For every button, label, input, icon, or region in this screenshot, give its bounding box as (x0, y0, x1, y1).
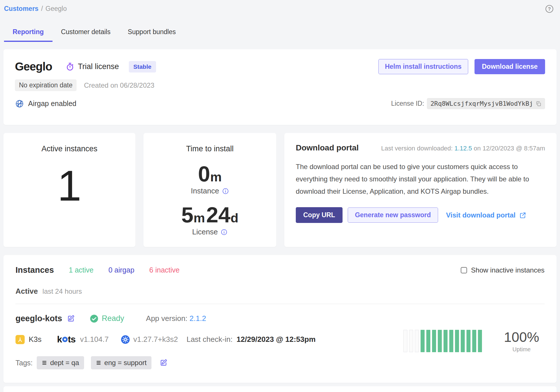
tags-label: Tags: (15, 359, 33, 367)
license-id-pill: 2Rq8WLcsjfxqrMysjvB1WodYkBj (427, 98, 545, 109)
k3s-icon (15, 335, 25, 344)
tag-label: dept = qa (50, 359, 79, 367)
uptime-label: Uptime (499, 346, 545, 353)
uptime-bar (478, 330, 482, 352)
download-portal-card: Download portal Last version downloaded:… (284, 133, 557, 247)
edit-tags-icon[interactable] (160, 359, 168, 367)
download-portal-title: Download portal (296, 143, 359, 152)
breadcrumb-separator: / (41, 5, 43, 13)
tag-pill[interactable]: eng = support (91, 356, 151, 369)
instance-time-info-icon[interactable] (222, 188, 229, 195)
inactive-count[interactable]: 6 inactive (149, 266, 180, 274)
active-section-sublabel: last 24 hours (42, 287, 82, 295)
show-inactive-label: Show inactive instances (471, 266, 545, 274)
license-id-label: License ID: (391, 100, 424, 107)
breadcrumb-current: Geeglo (46, 5, 67, 13)
license-install-time: 5m 24d (143, 204, 276, 226)
customer-name: Geeglo (15, 60, 52, 73)
last-checkin-label: Last check-in: (186, 335, 232, 344)
instance-time-label: Instance (191, 187, 219, 195)
divider (15, 304, 545, 304)
kots-o-icon (62, 337, 68, 342)
instance-name: geeglo-kots (15, 314, 62, 323)
next-section-card (3, 386, 557, 392)
uptime-bar (472, 330, 476, 352)
help-icon[interactable]: ? (545, 5, 554, 13)
helm-install-instructions-button[interactable]: Helm install instructions (378, 59, 468, 74)
uptime-bar (415, 330, 419, 352)
uptime-bar (409, 330, 413, 352)
distro-label: K3s (29, 335, 42, 344)
copy-icon[interactable] (535, 101, 542, 107)
last-checkin-value: 12/29/2023 @ 12:53pm (237, 335, 316, 344)
uptime-bar (449, 330, 453, 352)
breadcrumb: Customers / Geeglo (3, 4, 557, 13)
airgap-globe-icon (15, 99, 24, 108)
license-time-info-icon[interactable] (221, 229, 228, 236)
instance-install-time: 0m (143, 163, 276, 185)
airgap-enabled-label: Airgap enabled (28, 99, 76, 108)
instances-title: Instances (15, 265, 54, 275)
generate-new-password-button[interactable]: Generate new password (348, 207, 438, 223)
tag-icon (42, 360, 48, 366)
visit-download-portal-link[interactable]: Visit download portal (446, 211, 526, 219)
kubernetes-icon (121, 335, 130, 344)
airgap-count[interactable]: 0 airgap (108, 266, 134, 274)
uptime-bar (438, 330, 442, 352)
active-instances-card: Active instances 1 (3, 133, 135, 247)
uptime-bar (455, 330, 459, 352)
expiration-badge: No expiration date (15, 79, 77, 91)
show-inactive-toggle[interactable]: Show inactive instances (461, 266, 545, 274)
customer-summary-card: Geeglo Trial license Stable Helm install… (3, 49, 557, 125)
time-to-install-title: Time to install (143, 144, 276, 153)
edit-instance-name-icon[interactable] (67, 315, 75, 323)
last-version-downloaded: Last version downloaded: 1.12.5 on 12/20… (381, 145, 545, 152)
uptime-bar (461, 330, 465, 352)
active-section-label: Active (15, 287, 38, 296)
download-license-button[interactable]: Download license (475, 59, 545, 74)
tag-icon (96, 360, 102, 366)
active-instances-value: 1 (3, 164, 135, 207)
kots-logo: kts (57, 334, 75, 345)
uptime-bar (432, 330, 436, 352)
app-version: App version: 2.1.2 (146, 314, 206, 323)
tag-pill[interactable]: dept = qa (37, 356, 84, 369)
app-version-link[interactable]: 2.1.2 (190, 314, 206, 323)
license-id-value: 2Rq8WLcsjfxqrMysjvB1WodYkBj (430, 100, 533, 107)
tab-reporting[interactable]: Reporting (4, 25, 52, 42)
active-count[interactable]: 1 active (69, 266, 94, 274)
svg-text:?: ? (548, 6, 551, 11)
uptime-bars (403, 330, 482, 352)
download-portal-description: The download portal can be used to give … (296, 160, 545, 197)
tag-label: eng = support (104, 359, 147, 367)
license-time-label: License (192, 228, 218, 236)
uptime-percent: 100% (499, 330, 545, 345)
instances-card: Instances 1 active 0 airgap 6 inactive S… (3, 255, 557, 383)
last-version-link[interactable]: 1.12.5 (454, 145, 472, 152)
created-date-text: Created on 06/28/2023 (84, 81, 155, 89)
active-instances-title: Active instances (3, 144, 135, 153)
uptime-bar (444, 330, 448, 352)
tab-customer-details[interactable]: Customer details (52, 25, 119, 42)
license-type-label: Trial license (78, 62, 119, 71)
external-link-icon (519, 211, 526, 219)
time-to-install-card: Time to install 0m Instance 5m 24d Licen… (143, 133, 276, 247)
k8s-version: v1.27.7+k3s2 (133, 335, 178, 344)
copy-url-button[interactable]: Copy URL (296, 207, 343, 223)
instance-status: Ready (102, 314, 124, 323)
kots-version: v1.104.7 (80, 335, 109, 344)
tab-bar: Reporting Customer details Support bundl… (3, 25, 557, 42)
uptime-bar (403, 330, 407, 352)
uptime-bar (421, 330, 425, 352)
channel-badge: Stable (129, 61, 156, 72)
uptime-bar (426, 330, 430, 352)
show-inactive-checkbox[interactable] (461, 267, 467, 273)
trial-license-stopwatch-icon (65, 62, 75, 71)
breadcrumb-customers-link[interactable]: Customers (4, 5, 38, 13)
uptime-bar (466, 330, 470, 352)
tab-support-bundles[interactable]: Support bundles (119, 25, 184, 42)
uptime-summary: 100% Uptime (499, 330, 545, 353)
instance-row: geeglo-kots Ready App version: 2.1.2 (15, 314, 545, 369)
ready-check-icon (90, 314, 98, 323)
